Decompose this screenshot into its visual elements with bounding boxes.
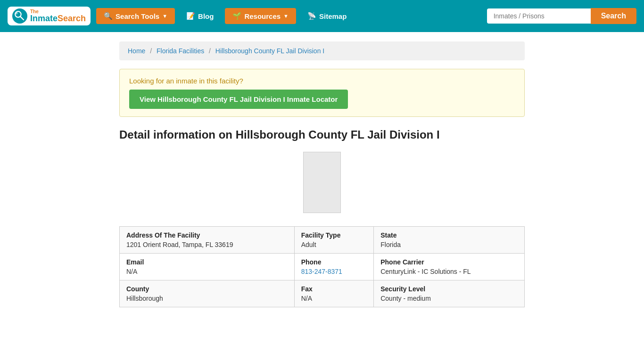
blog-label: Blog	[198, 12, 214, 20]
logo-inmate: Inmate	[30, 14, 58, 23]
resources-icon: 🌱	[232, 12, 241, 20]
breadcrumb-home[interactable]: Home	[128, 47, 145, 55]
search-tools-button[interactable]: 🔍 Search Tools ▼	[96, 8, 175, 24]
security-level-label: Security Level	[380, 285, 518, 293]
fax-cell: Fax N/A	[294, 280, 374, 307]
search-tools-label: Search Tools	[116, 12, 159, 20]
site-header: The InmateSearch 🔍 Search Tools ▼ 📝 Blog…	[0, 0, 644, 32]
logo-icon	[12, 8, 27, 24]
county-value: Hillsborough	[126, 295, 163, 302]
facility-info-table: Address Of The Facility 1201 Orient Road…	[119, 226, 525, 307]
blog-button[interactable]: 📝 Blog	[181, 8, 219, 24]
state-cell: State Florida	[374, 227, 525, 254]
facility-type-cell: Facility Type Adult	[294, 227, 374, 254]
header-search-group: Search	[487, 8, 636, 24]
address-value: 1201 Orient Road, Tampa, FL 33619	[126, 241, 233, 248]
site-logo[interactable]: The InmateSearch	[8, 7, 91, 25]
fax-label: Fax	[301, 285, 367, 293]
resources-label: Resources	[244, 12, 281, 20]
table-row-email: Email N/A Phone 813-247-8371 Phone Carri…	[120, 254, 525, 280]
facility-image	[303, 152, 341, 213]
inmate-locator-button[interactable]: View Hillsborough County FL Jail Divisio…	[129, 90, 348, 109]
breadcrumb-florida[interactable]: Florida Facilities	[157, 47, 204, 55]
security-level-value: County - medium	[380, 295, 431, 302]
phone-value: 813-247-8371	[301, 268, 342, 275]
inmate-info-box: Looking for an inmate in this facility? …	[119, 69, 525, 117]
blog-icon: 📝	[186, 12, 195, 20]
resources-chevron: ▼	[283, 13, 289, 19]
facility-image-container	[119, 152, 525, 213]
breadcrumb: Home / Florida Facilities / Hillsborough…	[119, 41, 525, 60]
info-box-text: Looking for an inmate in this facility?	[129, 77, 515, 85]
logo-main: InmateSearch	[30, 14, 86, 23]
fax-value: N/A	[301, 295, 312, 302]
logo-search: Search	[58, 14, 86, 23]
breadcrumb-sep-2: /	[209, 47, 211, 55]
breadcrumb-facility[interactable]: Hillsborough County FL Jail Division I	[215, 47, 324, 55]
phone-cell: Phone 813-247-8371	[294, 254, 374, 280]
page-title: Detail information on Hillsborough Count…	[119, 128, 525, 141]
phone-carrier-value: CenturyLink - IC Solutions - FL	[380, 268, 471, 275]
county-label: County	[126, 285, 288, 293]
phone-label: Phone	[301, 258, 367, 266]
svg-point-3	[15, 12, 17, 14]
sitemap-button[interactable]: 📡 Sitemap	[302, 8, 352, 24]
state-label: State	[380, 231, 518, 239]
phone-carrier-label: Phone Carrier	[380, 258, 518, 266]
table-row-address: Address Of The Facility 1201 Orient Road…	[120, 227, 525, 254]
phone-link[interactable]: 813-247-8371	[301, 268, 342, 275]
facility-type-label: Facility Type	[301, 231, 367, 239]
state-value: Florida	[380, 241, 401, 248]
security-level-cell: Security Level County - medium	[374, 280, 525, 307]
phone-carrier-cell: Phone Carrier CenturyLink - IC Solutions…	[374, 254, 525, 280]
breadcrumb-sep-1: /	[150, 47, 152, 55]
sitemap-label: Sitemap	[319, 12, 347, 20]
search-tools-icon: 🔍	[104, 12, 113, 20]
sitemap-icon: 📡	[307, 12, 316, 20]
email-value: N/A	[126, 268, 137, 275]
resources-button[interactable]: 🌱 Resources ▼	[225, 8, 296, 24]
table-row-county: County Hillsborough Fax N/A Security Lev…	[120, 280, 525, 307]
address-cell: Address Of The Facility 1201 Orient Road…	[120, 227, 295, 254]
search-button[interactable]: Search	[591, 8, 636, 24]
svg-point-0	[12, 8, 27, 24]
email-label: Email	[126, 258, 288, 266]
email-cell: Email N/A	[120, 254, 295, 280]
address-label: Address Of The Facility	[126, 231, 288, 239]
search-input[interactable]	[487, 8, 591, 24]
county-cell: County Hillsborough	[120, 280, 295, 307]
page-content: Home / Florida Facilities / Hillsborough…	[110, 32, 534, 317]
search-tools-chevron: ▼	[162, 13, 167, 19]
facility-type-value: Adult	[301, 241, 316, 248]
